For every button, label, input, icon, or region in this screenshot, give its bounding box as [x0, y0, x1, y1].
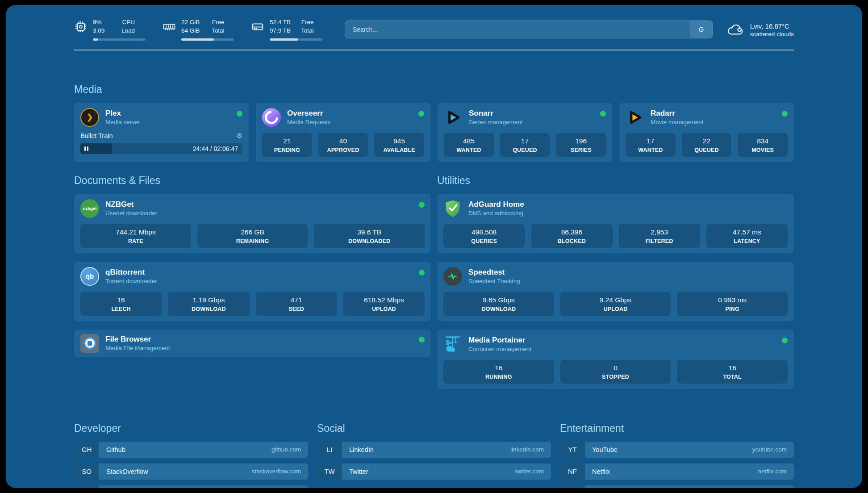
- stat-tile: 266 GBREMAINING: [197, 224, 308, 248]
- stream-settings-icon[interactable]: ⚙: [237, 132, 242, 140]
- qbittorrent-subtitle: Torrent downloader: [105, 278, 157, 284]
- stat-tile: 945AVAILABLE: [374, 133, 424, 157]
- entertainment-group: Entertainment YT YouTube youtube.com NF …: [560, 422, 794, 488]
- plex-card[interactable]: ❯ Plex Media server Bullet Train ⚙: [74, 103, 249, 162]
- disk-free-label: Free: [301, 18, 314, 27]
- filebrowser-status-dot: [419, 337, 425, 343]
- stat-tile: 16RUNNING: [443, 360, 554, 384]
- adguard-subtitle: DNS and adblocking: [468, 210, 524, 217]
- disk-stat: 52.4 TB 97.9 TB Free Total: [251, 18, 322, 41]
- cpu-label: CPU: [121, 18, 135, 27]
- radarr-title: Radarr: [651, 109, 704, 118]
- bookmark-youtube[interactable]: YT YouTube youtube.com: [560, 442, 794, 458]
- utilities-section-title: Utilities: [437, 175, 794, 187]
- radarr-status-dot: [782, 111, 788, 117]
- stat-tile: 1.19 GbpsDOWNLOAD: [168, 292, 249, 316]
- bookmark-github[interactable]: GH Github github.com: [74, 442, 308, 458]
- radarr-card[interactable]: Radarr Movie management 17WANTED 22QUEUE…: [619, 103, 794, 162]
- cpu-icon: [74, 20, 88, 33]
- plex-title: Plex: [105, 109, 140, 118]
- bookmark-twitter[interactable]: TW Twitter twitter.com: [317, 464, 551, 480]
- search-engine-button[interactable]: G: [690, 21, 713, 38]
- bookmark-url: youtube.com: [752, 446, 787, 453]
- nzbget-icon: nzbget: [80, 199, 99, 218]
- dashboard: 9% 3.09 CPU Load: [6, 5, 862, 488]
- bookmark-abbr: GH: [74, 442, 99, 458]
- ram-icon: [163, 20, 176, 33]
- radarr-subtitle: Movie management: [651, 119, 704, 125]
- filebrowser-title: File Browser: [105, 335, 170, 344]
- search-input[interactable]: [345, 21, 690, 38]
- qbittorrent-status-dot: [419, 270, 425, 276]
- bookmark-abbr: YT: [560, 442, 585, 458]
- bookmark-abbr: RE: [560, 485, 585, 488]
- bookmark-reddit[interactable]: RE Reddit reddit.com: [560, 485, 794, 488]
- portainer-card[interactable]: Media Portainer Container management 16R…: [437, 330, 794, 389]
- bookmark-dev[interactable]: DT DEV dev.to: [74, 485, 308, 488]
- nzbget-card[interactable]: nzbget NZBGet Usenet downloader 744.21 M…: [74, 194, 431, 253]
- disk-icon: [251, 20, 264, 33]
- bookmark-abbr: NF: [560, 464, 585, 480]
- adguard-card[interactable]: AdGuard Home DNS and adblocking 498,508Q…: [437, 194, 794, 253]
- speedtest-subtitle: Speedtest Tracking: [468, 278, 520, 284]
- stat-tile: 196SERIES: [556, 133, 606, 157]
- bookmark-netflix[interactable]: NF Netflix netflix.com: [560, 464, 794, 480]
- sonarr-title: Sonarr: [469, 109, 523, 118]
- media-section: Media ❯ Plex Media server Bullet Train: [74, 84, 794, 162]
- media-section-title: Media: [74, 84, 794, 96]
- cpu-stat: 9% 3.09 CPU Load: [74, 18, 146, 41]
- speedtest-card[interactable]: Speedtest Speedtest Tracking 9.65 GbpsDO…: [437, 262, 794, 321]
- stat-tile: 471SEED: [256, 292, 337, 316]
- qbittorrent-title: qBittorrent: [105, 268, 157, 277]
- stat-tile: 9.65 GbpsDOWNLOAD: [443, 292, 554, 316]
- stat-tile: 834MOVIES: [738, 133, 788, 157]
- pause-icon[interactable]: [84, 146, 88, 151]
- bookmark-stackoverflow[interactable]: SO StackOverflow stackoverflow.com: [74, 464, 308, 480]
- bookmark-linkedin[interactable]: LI LinkedIn linkedin.com: [317, 442, 551, 458]
- sonarr-card[interactable]: Sonarr Series management 485WANTED 17QUE…: [438, 103, 612, 162]
- stat-tile: 21PENDING: [262, 133, 312, 157]
- weather-widget: Lviv, 16.87°C scattered clouds: [726, 21, 794, 38]
- portainer-status-dot: [782, 338, 788, 343]
- bookmark-name: Netflix: [592, 468, 610, 475]
- portainer-title: Media Portainer: [468, 336, 531, 345]
- disk-free: 52.4 TB: [270, 18, 296, 27]
- adguard-icon: [443, 199, 462, 218]
- bookmark-url: netflix.com: [758, 468, 787, 475]
- overseerr-subtitle: Media Requests: [287, 119, 331, 125]
- overseerr-status-dot: [418, 111, 424, 117]
- stat-tile: 16TOTAL: [677, 360, 788, 384]
- stat-tile: 485WANTED: [444, 133, 494, 157]
- header-divider: [74, 50, 794, 50]
- nzbget-subtitle: Usenet downloader: [105, 210, 157, 217]
- memory-progress: [181, 38, 234, 41]
- plex-icon: ❯: [80, 108, 99, 127]
- filebrowser-card[interactable]: File Browser Media File Management: [74, 330, 431, 357]
- memory-free: 22 GiB: [181, 18, 206, 27]
- stat-tile: 0.993 msPING: [677, 292, 788, 316]
- qbittorrent-icon: qb: [80, 267, 99, 286]
- adguard-title: AdGuard Home: [468, 200, 524, 209]
- header: 9% 3.09 CPU Load: [74, 18, 794, 41]
- bookmark-abbr: TW: [317, 464, 342, 480]
- bookmark-url: linkedin.com: [510, 446, 544, 453]
- plex-subtitle: Media server: [105, 119, 140, 125]
- stat-tile: 744.21 MbpsRATE: [80, 224, 191, 248]
- sonarr-icon: [444, 108, 463, 127]
- search-bar: G: [345, 21, 713, 38]
- cpu-load-label: Load: [121, 27, 135, 35]
- portainer-icon: [443, 335, 462, 354]
- disk-progress: [270, 38, 322, 41]
- qbittorrent-card[interactable]: qb qBittorrent Torrent downloader 16LEEC…: [74, 262, 431, 321]
- stat-tile: 16LEECH: [80, 292, 162, 316]
- overseerr-card[interactable]: Overseerr Media Requests 21PENDING 40APP…: [256, 103, 430, 162]
- now-playing-title: Bullet Train: [80, 132, 113, 139]
- weather-location-temp: Lviv, 16.87°C: [750, 21, 794, 31]
- bookmark-name: Twitter: [349, 468, 368, 475]
- bookmark-url: stackoverflow.com: [252, 468, 301, 475]
- bookmark-url: github.com: [271, 446, 301, 453]
- bookmark-name: StackOverflow: [106, 468, 148, 475]
- playback-time: 24:44 / 02:06:47: [193, 145, 242, 152]
- weather-condition: scattered clouds: [750, 31, 794, 38]
- bookmark-abbr: LI: [317, 442, 342, 458]
